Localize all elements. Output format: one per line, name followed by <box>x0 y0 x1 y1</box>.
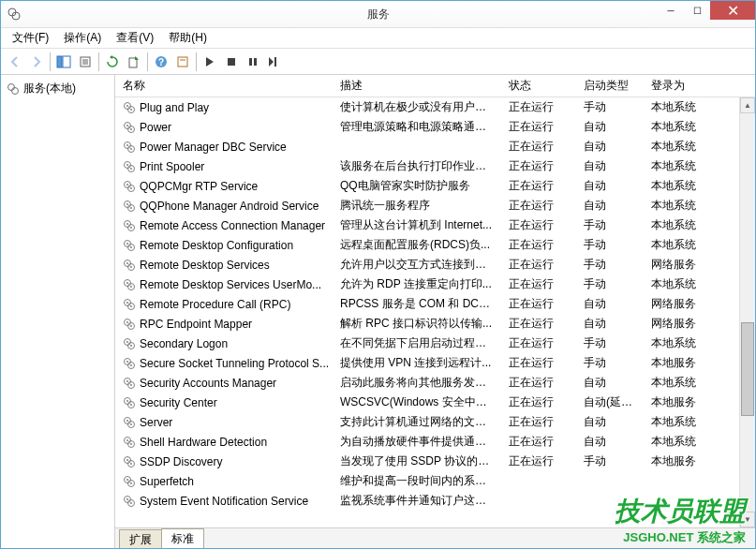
scroll-up-button[interactable]: ▲ <box>740 97 755 113</box>
service-startup: 自动 <box>576 294 644 314</box>
scroll-thumb[interactable] <box>741 322 754 416</box>
service-status: 正在运行 <box>501 373 576 393</box>
menu-action[interactable]: 操作(A) <box>56 28 109 48</box>
service-name-cell: Remote Desktop Services UserMo... <box>115 276 333 293</box>
service-description: 在不同凭据下启用启动过程。... <box>333 334 501 353</box>
separator <box>98 52 99 71</box>
service-name: Server <box>140 416 172 429</box>
service-description: 当发现了使用 SSDP 协议的网... <box>333 452 501 471</box>
forward-button[interactable] <box>26 52 47 72</box>
svg-rect-14 <box>249 58 252 66</box>
service-row[interactable]: Remote Desktop Configuration远程桌面配置服务(RDC… <box>115 235 755 255</box>
service-row[interactable]: Power管理电源策略和电源策略通知...正在运行自动本地系统 <box>115 117 755 137</box>
service-row[interactable]: RPC Endpoint Mapper解析 RPC 接口标识符以传输...正在运… <box>115 314 755 334</box>
service-name: RPC Endpoint Mapper <box>140 318 252 331</box>
menu-help[interactable]: 帮助(H) <box>161 28 215 48</box>
service-startup: 自动(延迟... <box>576 393 644 412</box>
help-button[interactable]: ? <box>151 52 171 72</box>
service-row[interactable]: Print Spooler该服务在后台执行打印作业并...正在运行自动本地系统 <box>115 156 755 176</box>
column-status[interactable]: 状态 <box>501 75 576 97</box>
column-logon[interactable]: 登录为 <box>644 75 719 97</box>
svg-point-94 <box>130 463 132 465</box>
service-logon: 本地服务 <box>644 353 719 373</box>
svg-point-74 <box>130 364 132 366</box>
service-logon <box>644 499 719 503</box>
stop-button[interactable] <box>221 52 242 72</box>
service-status: 正在运行 <box>501 353 576 373</box>
services-list[interactable]: Plug and Play使计算机在极少或没有用户输...正在运行手动本地系统P… <box>115 97 755 527</box>
service-row[interactable]: Server支持此计算机通过网络的文件...正在运行自动本地系统 <box>115 412 755 432</box>
service-row[interactable]: Power Manager DBC Service正在运行自动本地系统 <box>115 137 755 156</box>
service-description: 监视系统事件并通知订户这些... <box>333 491 501 511</box>
service-status: 正在运行 <box>501 334 576 353</box>
menu-view[interactable]: 查看(V) <box>109 28 161 48</box>
svg-point-33 <box>126 164 128 166</box>
service-row[interactable]: Superfetch维护和提高一段时间内的系统... <box>115 471 755 491</box>
sidebar-root-item[interactable]: 服务(本地) <box>5 79 111 98</box>
svg-point-17 <box>8 83 15 90</box>
tab-extended[interactable]: 扩展 <box>119 529 162 548</box>
svg-point-89 <box>126 439 128 441</box>
scroll-down-button[interactable]: ▼ <box>740 512 755 527</box>
service-logon: 本地服务 <box>644 393 719 412</box>
service-row[interactable]: Remote Desktop Services允许用户以交互方式连接到远...正… <box>115 255 755 274</box>
service-row[interactable]: Security CenterWSCSVC(Windows 安全中心...正在运… <box>115 393 755 412</box>
column-description[interactable]: 描述 <box>333 75 501 97</box>
service-row[interactable]: Remote Desktop Services UserMo...允许为 RDP… <box>115 274 755 294</box>
service-row[interactable]: Secondary Logon在不同凭据下启用启动过程。...正在运行手动本地系… <box>115 334 755 353</box>
service-row[interactable]: Plug and Play使计算机在极少或没有用户输...正在运行手动本地系统 <box>115 97 755 117</box>
service-row[interactable]: Remote Procedure Call (RPC)RPCSS 服务是 COM… <box>115 294 755 314</box>
svg-point-61 <box>126 302 128 304</box>
service-name: Secondary Logon <box>140 337 228 350</box>
refresh-button[interactable] <box>102 52 123 72</box>
service-name: Remote Desktop Services UserMo... <box>140 278 321 291</box>
restart-button[interactable] <box>264 52 285 72</box>
service-row[interactable]: SSDP Discovery当发现了使用 SSDP 协议的网...正在运行手动本… <box>115 452 755 471</box>
services-icon <box>7 82 20 96</box>
service-row[interactable]: Shell Hardware Detection为自动播放硬件事件提供通知。正在… <box>115 432 755 452</box>
service-name: Secure Socket Tunneling Protocol S... <box>140 357 329 370</box>
service-row[interactable]: Remote Access Connection Manager管理从这台计算机… <box>115 215 755 235</box>
service-description: 管理电源策略和电源策略通知... <box>333 117 501 137</box>
svg-rect-3 <box>63 56 70 67</box>
show-hide-tree-button[interactable] <box>53 52 74 72</box>
service-name: Remote Procedure Call (RPC) <box>140 298 290 311</box>
service-description: 远程桌面配置服务(RDCS)负... <box>333 235 501 255</box>
service-row[interactable]: QQPCMgr RTP ServiceQQ电脑管家实时防护服务正在运行自动本地系… <box>115 176 755 196</box>
back-button[interactable] <box>5 52 25 72</box>
service-name-cell: SSDP Discovery <box>115 453 333 470</box>
minimize-button[interactable]: ─ <box>658 1 684 20</box>
export-button[interactable] <box>124 52 144 72</box>
tab-standard[interactable]: 标准 <box>161 528 204 548</box>
vertical-scrollbar[interactable]: ▲ ▼ <box>739 97 755 527</box>
service-name-cell: Secure Socket Tunneling Protocol S... <box>115 355 333 372</box>
close-button[interactable]: ✕ <box>710 1 755 20</box>
start-button[interactable] <box>200 52 220 72</box>
service-status: 正在运行 <box>501 452 576 471</box>
service-row[interactable]: QQPhone Manager Android Service腾讯统一服务程序正… <box>115 196 755 215</box>
service-row[interactable]: Secure Socket Tunneling Protocol S...提供使… <box>115 353 755 373</box>
maximize-button[interactable]: ☐ <box>684 1 710 20</box>
column-name[interactable]: 名称 <box>115 75 333 97</box>
properties-button[interactable] <box>75 52 96 72</box>
svg-point-86 <box>130 423 132 425</box>
column-startup[interactable]: 启动类型 <box>576 75 644 97</box>
options-button[interactable] <box>172 52 193 72</box>
gear-icon <box>123 377 136 390</box>
service-startup: 手动 <box>576 215 644 235</box>
pause-button[interactable] <box>243 52 263 72</box>
service-name: Print Spooler <box>140 160 204 173</box>
service-row[interactable]: System Event Notification Service监视系统事件并… <box>115 491 755 511</box>
svg-point-50 <box>130 246 132 248</box>
svg-point-46 <box>130 227 132 229</box>
service-name-cell: QQPCMgr RTP Service <box>115 178 333 195</box>
svg-point-66 <box>130 325 132 327</box>
service-name-cell: Remote Desktop Services <box>115 257 333 274</box>
service-description: 维护和提高一段时间内的系统... <box>333 471 501 491</box>
svg-point-97 <box>126 479 128 481</box>
menu-file[interactable]: 文件(F) <box>5 28 56 48</box>
separator <box>147 52 148 71</box>
svg-point-53 <box>126 262 128 264</box>
service-status: 正在运行 <box>501 314 576 334</box>
service-row[interactable]: Security Accounts Manager启动此服务将向其他服务发出..… <box>115 373 755 393</box>
